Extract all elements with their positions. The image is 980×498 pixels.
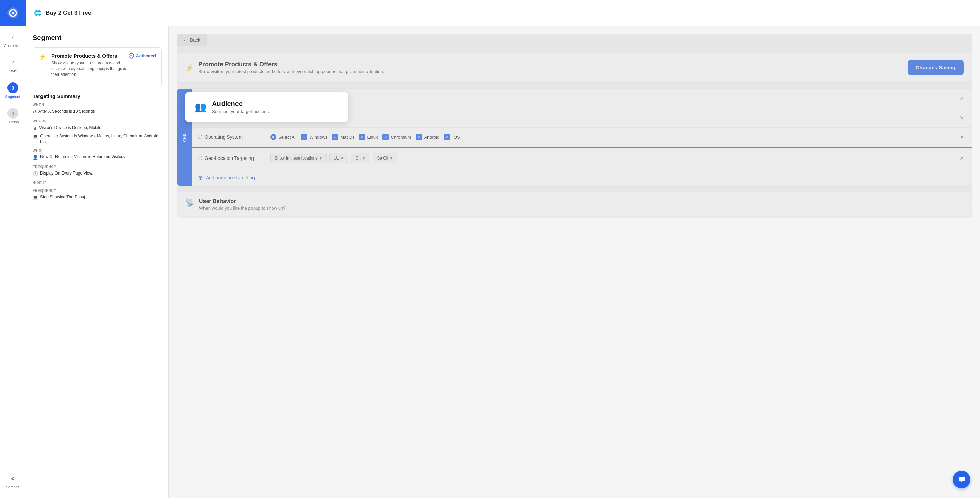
activated-badge: Activated — [129, 53, 156, 59]
style-icon: ✓ — [8, 57, 18, 68]
linux-checkbox[interactable]: ✓ — [359, 134, 365, 140]
targeting-summary-title: Targeting Summary — [33, 93, 162, 99]
segment-icon: 3 — [8, 82, 18, 93]
add-audience-label: Add audience targeting — [206, 175, 255, 180]
windows-option[interactable]: ✓ Windows — [301, 134, 327, 140]
geo-dropdown3-text: O.. — [355, 156, 361, 161]
ios-checkbox[interactable]: ✓ — [444, 134, 450, 140]
remove-os-button[interactable]: ✕ — [958, 133, 966, 141]
settings-icon: ⚙ — [8, 473, 18, 484]
audience-subtitle: Segment your target audience — [212, 109, 271, 114]
sidebar-label-style: Style — [8, 69, 17, 73]
geo-dropdown2-text: U.. — [334, 156, 339, 161]
remove-visitor-devices-button[interactable]: ✕ — [958, 94, 966, 102]
campaign-header-left: ⚡ Promote Products & Offers Show visitor… — [185, 61, 384, 74]
segment-card-name: Promote Products & Offers — [51, 53, 129, 59]
chevron-down-icon-4: ▼ — [390, 156, 393, 160]
chromium-checkbox[interactable]: ✓ — [382, 134, 388, 140]
user-behavior-subtitle: When would you like the popup to show up… — [199, 205, 285, 210]
freq-icon: 🕐 — [33, 171, 38, 177]
geo-dropdown1-text: Show in these locations — [275, 156, 318, 161]
chevron-down-icon-1: ▼ — [319, 156, 322, 160]
ts-who-text: New Or Returning Visitors is Returning V… — [40, 154, 124, 160]
changes-saving-button[interactable]: Changes Saving — [907, 60, 964, 75]
where-os-icon: 💻 — [33, 134, 38, 140]
sidebar-label-customize: Customize — [4, 43, 22, 48]
when-icon: ↺ — [33, 109, 37, 115]
campaign-header-card: ⚡ Promote Products & Offers Show visitor… — [177, 53, 972, 82]
audience-people-icon: 👥 — [195, 101, 207, 113]
segment-panel-title: Segment — [33, 34, 162, 42]
targeting-row-operating-system: ⓘ Operating System Select All ✓ Windows — [192, 127, 972, 147]
ts-where-text-1: Operating System is Windows, Macos, Linu… — [40, 133, 162, 145]
geo-location-type-dropdown[interactable]: Show in these locations ▼ — [270, 153, 327, 163]
segment-bolt-icon: ⚡ — [38, 53, 46, 60]
geo-label: ⓘ Geo-Location Targeting — [198, 155, 266, 161]
main-container: Segment ⚡ Promote Products & Offers Show… — [26, 26, 980, 498]
sidebar-label-segment: Segment — [5, 95, 20, 99]
macos-checkbox[interactable]: ✓ — [332, 134, 338, 140]
sidebar-item-segment[interactable]: 3 Segment — [0, 77, 25, 102]
where-device-icon: 🖥 — [33, 125, 37, 131]
os-options: Select All ✓ Windows ✓ MacOs ✓ — [270, 134, 953, 140]
linux-option[interactable]: ✓ Linux — [359, 134, 378, 140]
ts-hide-text: Stop Showing The Popup... — [40, 194, 90, 200]
sidebar-item-settings[interactable]: ⚙ Settings — [3, 468, 22, 493]
macos-label: MacOs — [340, 135, 354, 140]
sidebar-item-style[interactable]: ✓ Style — [0, 51, 25, 77]
targeting-summary: Targeting Summary WHEN ↺ After X Seconds… — [33, 93, 162, 201]
ts-who-label: WHO — [33, 149, 162, 153]
campaign-title: Promote Products & Offers — [198, 61, 384, 68]
ts-freq-label: FREQUENCY — [33, 165, 162, 169]
geo-city-dropdown[interactable]: Se Cit ▼ — [372, 153, 398, 163]
os-text: Operating System — [205, 134, 243, 140]
windows-checkbox[interactable]: ✓ — [301, 134, 307, 140]
who-icon: 👤 — [33, 154, 38, 161]
geo-state-dropdown[interactable]: O.. ▼ — [351, 153, 370, 163]
and-label: AND — [182, 133, 186, 142]
sidebar-label-publish: Publish — [6, 120, 19, 124]
os-info-icon[interactable]: ⓘ — [198, 134, 202, 140]
ts-freq-text: Display On Every Page View. — [40, 170, 93, 176]
ts-where-item-1: 💻 Operating System is Windows, Macos, Li… — [33, 133, 162, 145]
topbar: 🌐 Buy 2 Get 3 Free — [26, 0, 980, 26]
remove-geo-button[interactable]: ✕ — [958, 154, 966, 162]
android-label: Android — [424, 135, 439, 140]
remove-new-returning-button[interactable]: ✕ — [958, 114, 966, 122]
android-option[interactable]: ✓ Android — [416, 134, 439, 140]
back-button[interactable]: ← Back — [177, 34, 207, 46]
geo-country-dropdown[interactable]: U.. ▼ — [329, 153, 348, 163]
chat-icon — [957, 475, 966, 484]
select-all-option[interactable]: Select All — [270, 134, 296, 140]
chat-bubble-button[interactable] — [953, 471, 970, 488]
segment-panel: Segment ⚡ Promote Products & Offers Show… — [26, 26, 169, 498]
select-all-label: Select All — [278, 135, 296, 140]
chromium-option[interactable]: ✓ Chromium — [382, 134, 411, 140]
sidebar-label-settings: Settings — [6, 485, 20, 489]
ts-when-item: ↺ After X Seconds is 10 Seconds — [33, 108, 162, 115]
svg-point-2 — [11, 11, 14, 14]
ts-where-text-0: Visitor's Device is Desktop, Mobile, — [39, 125, 102, 130]
segment-card-header: ⚡ Promote Products & Offers Show visitor… — [38, 53, 156, 77]
geo-dropdowns: Show in these locations ▼ U.. ▼ O.. ▼ — [270, 153, 398, 163]
hide-icon: 💻 — [33, 194, 38, 201]
geo-info-icon[interactable]: ⓘ — [198, 155, 202, 161]
windows-label: Windows — [309, 135, 327, 140]
visitor-devices-options: ✓ Desktop ✓ Mobile — [270, 95, 953, 101]
android-checkbox[interactable]: ✓ — [416, 134, 422, 140]
sidebar-item-publish[interactable]: 4 Publish — [0, 102, 25, 128]
content-inner: ← Back ⚡ Promote Products & Offers Show … — [177, 34, 972, 217]
ts-hide-freq-label: FREQUENCY — [33, 189, 162, 193]
macos-option[interactable]: ✓ MacOs — [332, 134, 354, 140]
os-label: ⓘ Operating System — [198, 134, 266, 140]
sidebar-item-customize[interactable]: ✓ Customize — [0, 26, 25, 51]
add-audience-row[interactable]: ⊕ Add audience targeting — [192, 169, 972, 186]
ios-option[interactable]: ✓ IOS — [444, 134, 460, 140]
app-logo[interactable] — [0, 0, 26, 26]
select-all-radio[interactable] — [270, 134, 276, 140]
audience-overlay-card: 👥 Audience Segment your target audience — [185, 92, 348, 122]
ts-hide-if-label: Hide if — [33, 181, 162, 185]
segment-card: ⚡ Promote Products & Offers Show visitor… — [33, 47, 162, 86]
user-behavior-title: User Behavior — [199, 198, 285, 204]
geo-dropdown4-text: Se Cit — [377, 156, 388, 161]
